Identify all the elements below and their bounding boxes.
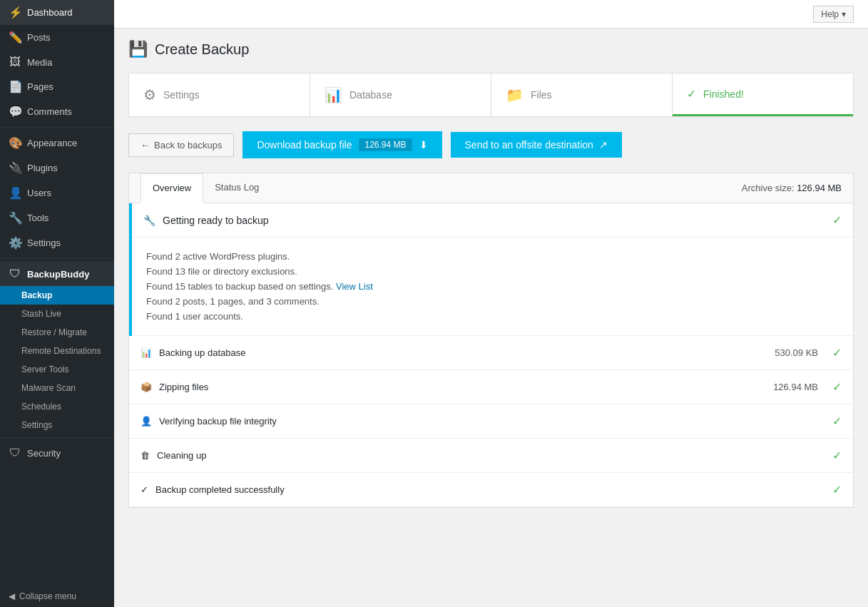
posts-icon: ✏️ <box>9 31 21 44</box>
sidebar-sub-item-stash-live[interactable]: Stash Live <box>0 305 114 323</box>
database-task-icon: 📊 <box>141 347 152 358</box>
sub-item-backup-label: Backup <box>21 290 52 300</box>
step-database: 📊 Database <box>310 73 491 116</box>
overview-area: Overview Status Log Archive size: 126.94… <box>128 173 854 508</box>
sidebar-item-pages[interactable]: 📄 Pages <box>0 74 114 99</box>
sidebar-item-appearance[interactable]: 🎨 Appearance <box>0 131 114 155</box>
tab-overview-label: Overview <box>153 183 191 193</box>
sidebar-item-users[interactable]: 👤 Users <box>0 180 114 205</box>
users-icon: 👤 <box>9 186 21 200</box>
sidebar-sub-item-server-tools[interactable]: Server Tools <box>0 360 114 379</box>
sidebar-divider-2 <box>0 258 114 259</box>
tab-status-log-label: Status Log <box>215 182 259 193</box>
task-row-backing-up-database: 📊 Backing up database 530.09 KB ✓ <box>129 336 853 370</box>
main-content: Help ▾ 💾 Create Backup ⚙ Settings 📊 Data… <box>114 0 868 607</box>
task-left-2: 📦 Zipping files <box>141 382 208 392</box>
dashboard-icon: ⚡ <box>9 6 21 19</box>
info-line-3: Found 2 posts, 1 pages, and 3 comments. <box>146 294 839 309</box>
task-size: 530.09 KB <box>775 347 818 358</box>
task-size-2: 126.94 MB <box>773 382 818 392</box>
accordion-header-getting-ready[interactable]: 🔧 Getting ready to backup ✓ <box>132 203 853 238</box>
sidebar-divider <box>0 127 114 128</box>
sub-item-restore-label: Restore / Migrate <box>21 327 87 337</box>
completed-task-icon: ✓ <box>141 484 148 495</box>
database-step-icon: 📊 <box>325 86 342 103</box>
help-chevron-icon: ▾ <box>842 9 846 19</box>
task-right-2: 126.94 MB ✓ <box>773 380 842 394</box>
sidebar-sub-item-bb-settings[interactable]: Settings <box>0 416 114 434</box>
view-list-link[interactable]: View List <box>336 281 373 292</box>
page-title: Create Backup <box>155 41 249 58</box>
zip-task-icon: 📦 <box>141 382 152 392</box>
task-left-5: ✓ Backup completed successfully <box>141 484 285 495</box>
sidebar-item-label: Plugins <box>27 163 58 173</box>
step-settings: ⚙ Settings <box>129 73 310 116</box>
settings-step-icon: ⚙ <box>143 86 156 103</box>
collapse-label: Collapse menu <box>19 591 76 601</box>
steps-bar: ⚙ Settings 📊 Database 📁 Files ✓ Finished… <box>128 73 854 117</box>
task-label-4: Cleaning up <box>157 450 206 461</box>
offsite-label: Send to an offsite destination <box>465 139 593 151</box>
sub-item-stash-label: Stash Live <box>21 309 61 319</box>
sidebar-item-label: Users <box>27 188 51 198</box>
tab-overview[interactable]: Overview <box>141 173 203 203</box>
task-label-2: Zipping files <box>159 382 208 392</box>
accordion-header-left: 🔧 Getting ready to backup <box>143 215 269 226</box>
collapse-menu-button[interactable]: ◀ Collapse menu <box>0 586 114 607</box>
sidebar-sub-item-malware-scan[interactable]: Malware Scan <box>0 379 114 397</box>
verify-task-icon: 👤 <box>141 416 152 427</box>
step-finished: ✓ Finished! <box>673 73 853 116</box>
appearance-icon: 🎨 <box>9 136 21 150</box>
archive-size-value: 126.94 MB <box>797 183 842 193</box>
sidebar-item-dashboard[interactable]: ⚡ Dashboard <box>0 0 114 25</box>
sidebar-item-label: Comments <box>27 106 72 117</box>
sidebar-item-label: Tools <box>27 213 48 223</box>
sidebar-item-security[interactable]: 🛡 Security <box>0 441 114 465</box>
collapse-arrow-icon: ◀ <box>9 591 15 601</box>
sidebar-item-label: Settings <box>27 238 61 248</box>
task-row-completed: ✓ Backup completed successfully ✓ <box>129 473 853 507</box>
task-label-3: Verifying backup file integrity <box>159 416 277 427</box>
task-label: Backing up database <box>159 347 245 358</box>
task-check-icon-2: ✓ <box>832 380 842 394</box>
settings-icon: ⚙️ <box>9 236 21 250</box>
sidebar-sub-item-schedules[interactable]: Schedules <box>0 397 114 416</box>
sidebar-item-plugins[interactable]: 🔌 Plugins <box>0 155 114 180</box>
getting-ready-check-icon: ✓ <box>832 213 842 227</box>
task-row-verifying: 👤 Verifying backup file integrity ✓ <box>129 404 853 439</box>
backup-icon: 💾 <box>128 40 148 58</box>
tab-status-log[interactable]: Status Log <box>203 173 270 203</box>
tabs-bar: Overview Status Log Archive size: 126.94… <box>129 173 853 203</box>
sidebar-item-posts[interactable]: ✏️ Posts <box>0 25 114 50</box>
sidebar-sub-item-backup[interactable]: Backup <box>0 286 114 305</box>
sidebar-sub-item-restore[interactable]: Restore / Migrate <box>0 323 114 342</box>
download-backup-button[interactable]: Download backup file 126.94 MB ⬇ <box>242 131 441 158</box>
back-label: Back to backups <box>154 140 222 151</box>
sidebar-item-settings[interactable]: ⚙️ Settings <box>0 230 114 255</box>
sidebar: ⚡ Dashboard ✏️ Posts 🖼 Media 📄 Pages 💬 C… <box>0 0 114 607</box>
send-offsite-button[interactable]: Send to an offsite destination ↗ <box>451 132 622 158</box>
task-check-icon-4: ✓ <box>832 449 842 462</box>
sidebar-item-backupbuddy[interactable]: 🛡 BackupBuddy <box>0 262 114 286</box>
download-label: Download backup file <box>257 139 352 151</box>
task-label-5: Backup completed successfully <box>155 484 285 495</box>
sidebar-sub-item-remote-destinations[interactable]: Remote Destinations <box>0 342 114 360</box>
info-box: Found 2 active WordPress plugins. Found … <box>132 238 853 336</box>
step-files-label: Files <box>531 89 552 101</box>
task-right-3: ✓ <box>832 414 842 428</box>
back-to-backups-button[interactable]: ← Back to backups <box>128 133 234 157</box>
media-icon: 🖼 <box>9 56 21 68</box>
sidebar-item-media[interactable]: 🖼 Media <box>0 50 114 74</box>
sidebar-item-label: Media <box>27 57 52 68</box>
info-line-1: Found 13 file or directory exclusions. <box>146 264 839 279</box>
sub-item-bb-settings-label: Settings <box>21 420 52 430</box>
pages-icon: 📄 <box>9 80 21 93</box>
task-right-5: ✓ <box>832 483 842 496</box>
sidebar-item-comments[interactable]: 💬 Comments <box>0 99 114 124</box>
sidebar-item-tools[interactable]: 🔧 Tools <box>0 205 114 230</box>
sidebar-divider-3 <box>0 437 114 438</box>
help-label: Help <box>821 9 839 19</box>
task-row-cleaning-up: 🗑 Cleaning up ✓ <box>129 439 853 473</box>
download-icon: ⬇ <box>419 139 428 151</box>
help-button[interactable]: Help ▾ <box>813 6 854 23</box>
